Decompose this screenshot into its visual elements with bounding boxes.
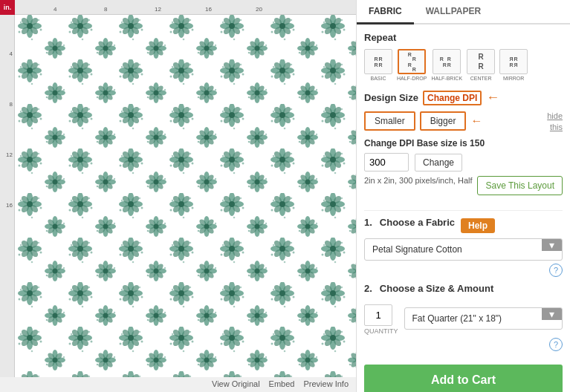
design-size-label: Design Size xyxy=(364,92,418,103)
help-button[interactable]: Help xyxy=(461,218,495,233)
arrow-right-icon: ← xyxy=(486,90,499,105)
ruler-left: 4 8 12 16 xyxy=(0,15,15,377)
size-buttons-container: Smaller Bigger ← xyxy=(364,111,482,131)
repeat-mirror-icon: ЯRRЯ xyxy=(499,49,528,74)
size-dropdown[interactable]: Fat Quarter (21" x 18") ▾ xyxy=(404,307,563,330)
size-desc-row: Save This Layout 2in x 2in, 300 pixels/i… xyxy=(364,176,563,204)
add-to-cart-button[interactable]: Add to Cart xyxy=(364,365,563,392)
ruler-mark-8: 8 xyxy=(104,6,107,13)
save-layout-button[interactable]: Save This Layout xyxy=(477,176,563,195)
arrow-left-icon: ← xyxy=(470,114,482,128)
change-dpi-link[interactable]: Change DPI xyxy=(423,91,482,105)
choose-fabric-label: Choose a Fabric xyxy=(380,217,455,228)
fabric-pattern-svg xyxy=(15,15,356,377)
repeat-half-drop-icon: RRRR xyxy=(398,49,426,74)
size-info-row: ? xyxy=(364,338,563,351)
ruler-mark-l8: 8 xyxy=(10,101,13,108)
view-original-link[interactable]: View Original xyxy=(212,379,260,388)
bigger-button[interactable]: Bigger xyxy=(420,111,467,131)
ruler-mark-4: 4 xyxy=(54,6,56,13)
size-dropdown-arrow[interactable]: ▾ xyxy=(542,308,562,320)
logo-text: in. xyxy=(4,4,12,11)
repeat-half-brick-label: HALF-BRICK xyxy=(431,76,462,81)
repeat-center-icon: R R xyxy=(467,49,495,74)
fabric-dropdown[interactable]: Petal Signature Cotton ▾ xyxy=(364,238,563,261)
ruler-mark-l16: 16 xyxy=(6,202,13,209)
repeat-options: RRRR BASIC RRRR HALF-DROP RRRR xyxy=(364,49,563,81)
tab-fabric[interactable]: FABRIC xyxy=(357,0,414,24)
ruler-mark-20: 20 xyxy=(256,6,262,13)
svg-rect-25 xyxy=(15,15,356,377)
logo-badge: in. xyxy=(0,0,15,15)
change-dpi-button[interactable]: Change xyxy=(415,154,462,172)
fabric-preview-panel: in. 4 8 12 16 20 4 8 12 16 xyxy=(0,0,357,392)
bottom-links: View Original Embed Preview Info xyxy=(212,379,349,388)
quantity-label: QUANTITY xyxy=(364,327,398,335)
dpi-input[interactable] xyxy=(364,153,409,172)
tab-wallpaper[interactable]: WALLPAPER xyxy=(414,0,493,24)
ruler-mark-l4: 4 xyxy=(10,50,13,57)
size-info-icon[interactable]: ? xyxy=(549,338,563,351)
right-content: Repeat RRRR BASIC RRRR HALF-DROP xyxy=(357,32,570,392)
repeat-basic-icon: RRRR xyxy=(364,49,392,74)
repeat-half-drop[interactable]: RRRR HALF-DROP xyxy=(397,49,427,81)
preview-info-link[interactable]: Preview Info xyxy=(303,379,349,388)
fabric-selected-value: Petal Signature Cotton xyxy=(365,239,542,260)
fabric-canvas xyxy=(15,15,356,377)
repeat-basic-label: BASIC xyxy=(370,76,386,81)
repeat-center[interactable]: R R CENTER xyxy=(467,49,495,81)
dpi-info: Change DPI Base size is 150 xyxy=(364,138,563,148)
ruler-mark-12: 12 xyxy=(155,6,161,13)
repeat-center-label: CENTER xyxy=(470,76,492,81)
design-size-row: Design Size Change DPI ← xyxy=(364,90,563,105)
quantity-container: QUANTITY xyxy=(364,304,398,335)
repeat-half-brick-icon: RRRR xyxy=(433,49,461,74)
hide-this-container: hidethis xyxy=(547,110,563,132)
hide-this-link[interactable]: hidethis xyxy=(547,111,563,131)
fabric-dropdown-arrow[interactable]: ▾ xyxy=(542,239,562,251)
repeat-basic[interactable]: RRRR BASIC xyxy=(364,49,392,81)
repeat-half-brick[interactable]: RRRR HALF-BRICK xyxy=(431,49,462,81)
repeat-title: Repeat xyxy=(364,32,563,43)
fabric-info-row: ? xyxy=(364,264,563,277)
choose-size-step: 2. xyxy=(364,283,372,294)
ruler-mark-l12: 12 xyxy=(6,151,13,158)
choose-fabric-header: 1. Choose a Fabric Help xyxy=(364,217,563,234)
ruler-mark-16: 16 xyxy=(205,6,212,13)
quantity-input[interactable] xyxy=(364,304,392,326)
tabs-row: FABRIC WALLPAPER xyxy=(357,0,570,24)
size-selected-value: Fat Quarter (21" x 18") xyxy=(405,308,542,329)
smaller-button[interactable]: Smaller xyxy=(364,111,415,131)
choose-size-label: Choose a Size & Amount xyxy=(380,283,493,294)
embed-link[interactable]: Embed xyxy=(269,379,295,388)
size-amount-row: QUANTITY Fat Quarter (21" x 18") ▾ xyxy=(364,304,563,335)
repeat-half-drop-label: HALF-DROP xyxy=(397,76,427,81)
choose-fabric-step: 1. xyxy=(364,217,372,228)
ruler-top: 4 8 12 16 20 xyxy=(15,0,356,15)
divider-1 xyxy=(364,210,563,211)
repeat-mirror-label: MIRROR xyxy=(503,76,524,81)
repeat-mirror[interactable]: ЯRRЯ MIRROR xyxy=(499,49,528,81)
fabric-info-icon[interactable]: ? xyxy=(549,264,563,277)
dpi-input-row: Change xyxy=(364,153,563,172)
choose-size-header: 2. Choose a Size & Amount xyxy=(364,283,563,300)
right-panel: FABRIC WALLPAPER Repeat RRRR BASIC RRRR xyxy=(357,0,570,392)
